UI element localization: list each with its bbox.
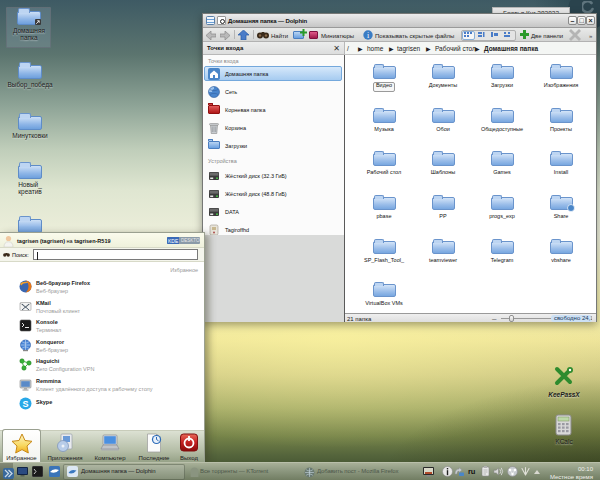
svg-text:S: S [22,399,28,409]
